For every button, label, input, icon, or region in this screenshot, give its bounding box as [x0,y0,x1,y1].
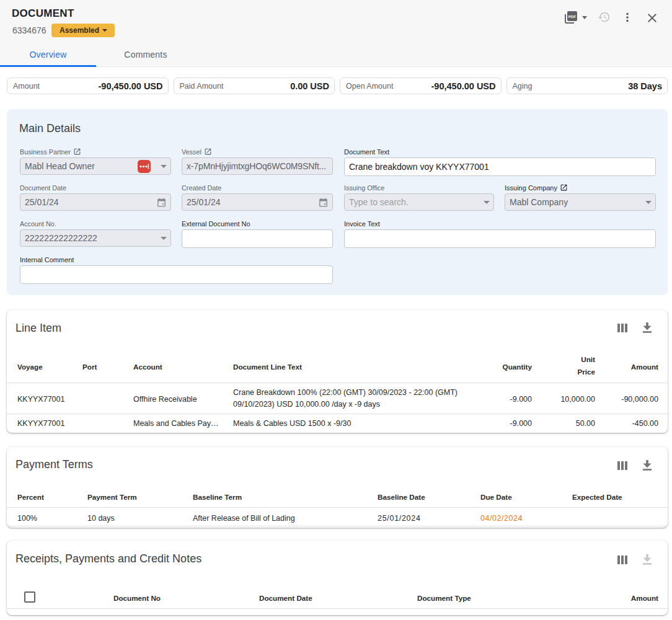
svg-text:PDF: PDF [568,14,577,19]
